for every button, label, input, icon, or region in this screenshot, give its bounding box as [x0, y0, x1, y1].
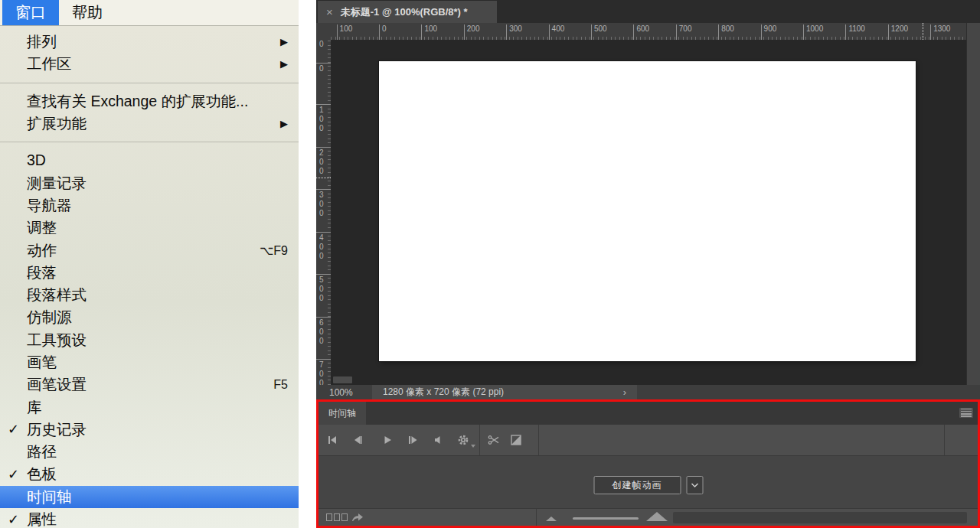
- menu-item-label: 工作区: [27, 54, 274, 74]
- play-button[interactable]: [381, 434, 394, 446]
- horizontal-ruler[interactable]: 1000100200300400500600700800900100011001…: [331, 23, 966, 41]
- ruler-label: 5 0 0: [316, 274, 331, 303]
- vertical-scrollbar[interactable]: [966, 23, 980, 385]
- checkmark-icon: ✓: [0, 421, 27, 438]
- menu-item-label: 3D: [27, 152, 288, 169]
- convert-to-frame-animation-icon[interactable]: [326, 513, 348, 521]
- menu-item-label: 历史记录: [27, 419, 288, 440]
- timeline-tab[interactable]: 时间轴: [318, 402, 366, 425]
- menu-item[interactable]: 导航器: [0, 194, 299, 217]
- ruler-label: 900: [761, 24, 777, 40]
- submenu-arrow-icon: ▶: [280, 58, 288, 70]
- status-bar: 100% 1280 像素 x 720 像素 (72 ppi) ›: [316, 385, 980, 399]
- timeline-scrollbar-track[interactable]: [673, 512, 967, 523]
- frame-square: [341, 513, 348, 521]
- menu-item[interactable]: 画笔设置F5: [0, 373, 299, 396]
- ruler-label: 6 0 0: [316, 317, 331, 346]
- menu-separator: [0, 76, 299, 90]
- ruler-label: 4 0 0: [316, 232, 331, 261]
- menu-item-label: 画笔: [27, 352, 288, 373]
- menu-item-label: 动作: [27, 240, 253, 261]
- menu-item[interactable]: 工具预设: [0, 329, 299, 351]
- menu-item[interactable]: 3D: [0, 149, 299, 171]
- frame-square: [334, 513, 340, 521]
- menu-item[interactable]: ✓历史记录: [0, 419, 299, 441]
- menu-item-label: 排列: [27, 31, 274, 52]
- menu-bar-item[interactable]: 窗口: [2, 0, 59, 25]
- caret-down-icon: [471, 445, 475, 448]
- ruler-label: 500: [591, 24, 607, 40]
- menu-item[interactable]: 调整: [0, 217, 299, 239]
- document-dimensions: 1280 像素 x 720 像素 (72 ppi): [383, 386, 504, 399]
- render-video-arrow-icon[interactable]: [351, 511, 365, 526]
- go-to-first-frame-button[interactable]: [326, 434, 338, 446]
- toolbar-divider: [538, 425, 539, 455]
- ruler-label: 1200: [888, 24, 908, 40]
- ruler-corner: [316, 23, 332, 41]
- menu-shortcut: ⌥F9: [260, 243, 288, 258]
- frame-square: [326, 513, 332, 521]
- menu-item[interactable]: 仿制源: [0, 306, 299, 328]
- document-tab[interactable]: × 未标题-1 @ 100%(RGB/8*) *: [318, 1, 497, 23]
- menu-item-label: 路径: [27, 442, 288, 462]
- menu-shortcut: F5: [273, 378, 288, 392]
- menu-separator: [0, 135, 299, 149]
- chevron-right-icon[interactable]: ›: [623, 386, 626, 398]
- menu-item-label: 查找有关 Exchange 的扩展功能...: [27, 91, 288, 112]
- scrollbar-corner: [333, 376, 352, 383]
- timeline-bottom-bar: [318, 508, 978, 526]
- timeline-zoom-slider[interactable]: [573, 517, 639, 520]
- menu-item[interactable]: 测量记录: [0, 171, 299, 194]
- create-frame-animation-button[interactable]: 创建帧动画: [593, 476, 681, 494]
- document-canvas[interactable]: [379, 61, 916, 361]
- chevron-down-icon: [691, 482, 698, 488]
- menu-item[interactable]: 段落: [0, 262, 299, 284]
- menu-item[interactable]: 路径: [0, 441, 299, 463]
- panel-menu-icon[interactable]: [959, 408, 973, 418]
- macos-window-menu: 窗口帮助 排列▶工作区▶查找有关 Exchange 的扩展功能...扩展功能▶3…: [0, 0, 299, 528]
- checkmark-icon: ✓: [0, 511, 27, 528]
- vertical-ruler[interactable]: 1 0 001 0 02 0 03 0 04 0 05 0 06 0 07 0 …: [316, 40, 332, 385]
- ruler-label: 2 0 0: [316, 147, 331, 176]
- menu-item[interactable]: 扩展功能▶: [0, 112, 299, 135]
- ruler-label: 400: [549, 24, 565, 40]
- ruler-label: 300: [506, 24, 522, 40]
- menu-item-label: 色板: [27, 464, 288, 484]
- timeline-toolbar: [318, 425, 978, 456]
- menu-item[interactable]: 画笔: [0, 351, 299, 373]
- create-animation-dropdown-button[interactable]: [686, 476, 703, 494]
- hamburger-lines: [961, 409, 972, 417]
- menu-item[interactable]: ✓属性: [0, 508, 299, 528]
- ruler-label: 100: [421, 24, 437, 40]
- transition-icon[interactable]: [510, 434, 522, 446]
- playback-settings-gear-icon[interactable]: [457, 434, 469, 446]
- window-menu-dropdown: 排列▶工作区▶查找有关 Exchange 的扩展功能...扩展功能▶3D测量记录…: [0, 25, 299, 528]
- ruler-label: 100: [337, 24, 353, 40]
- document-info[interactable]: 1280 像素 x 720 像素 (72 ppi) ›: [372, 385, 637, 399]
- split-at-playhead-scissors-icon[interactable]: [488, 434, 500, 446]
- ruler-mouse-marker: [316, 178, 331, 178]
- canvas-viewport: [331, 40, 966, 385]
- menu-item[interactable]: 排列▶: [0, 31, 299, 53]
- menu-bar-item[interactable]: 帮助: [59, 0, 116, 25]
- timeline-empty-area: 创建帧动画: [318, 456, 978, 508]
- menu-item[interactable]: 时间轴: [0, 486, 299, 508]
- menu-item[interactable]: ✓色板: [0, 463, 299, 485]
- go-to-previous-frame-button[interactable]: [351, 434, 364, 446]
- ruler-label: 600: [633, 24, 649, 40]
- menu-item[interactable]: 查找有关 Exchange 的扩展功能...: [0, 90, 299, 112]
- go-to-next-frame-button[interactable]: [407, 434, 419, 446]
- zoom-out-icon[interactable]: [546, 517, 557, 521]
- menu-item[interactable]: 段落样式: [0, 284, 299, 306]
- menu-item[interactable]: 工作区▶: [0, 53, 299, 75]
- zoom-level[interactable]: 100%: [329, 387, 361, 398]
- ruler-label: 1 0 0: [316, 104, 331, 133]
- menu-item[interactable]: 库: [0, 396, 299, 418]
- menu-item-label: 导航器: [27, 195, 288, 216]
- zoom-in-icon[interactable]: [646, 512, 668, 521]
- menu-item[interactable]: 动作⌥F9: [0, 239, 299, 261]
- document-title: 未标题-1 @ 100%(RGB/8*) *: [341, 5, 468, 19]
- tab-close-icon[interactable]: ×: [326, 6, 333, 18]
- menu-item-label: 属性: [27, 509, 288, 528]
- mute-audio-icon[interactable]: [432, 434, 444, 446]
